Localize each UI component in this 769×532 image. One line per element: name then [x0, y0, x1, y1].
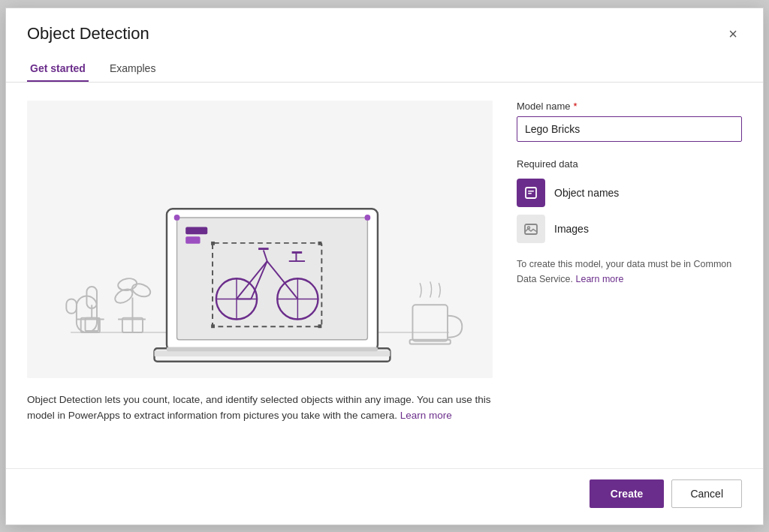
dialog-footer: Create Cancel	[6, 468, 763, 524]
svg-point-39	[174, 215, 180, 221]
object-detection-dialog: Object Detection × Get started Examples	[5, 8, 764, 525]
data-items-list: Object names Images	[517, 179, 742, 243]
svg-rect-18	[185, 236, 200, 244]
svg-rect-47	[528, 191, 534, 192]
info-text: To create this model, your data must be …	[517, 257, 742, 287]
close-button[interactable]: ×	[724, 23, 742, 44]
object-names-icon	[517, 179, 545, 207]
left-panel: Object Detection lets you count, locate,…	[27, 101, 493, 450]
object-names-label: Object names	[554, 187, 619, 199]
info-learn-more-link[interactable]: Learn more	[576, 274, 624, 284]
svg-rect-49	[525, 224, 537, 234]
dialog-body: Object Detection lets you count, locate,…	[6, 83, 763, 468]
svg-rect-35	[211, 241, 215, 245]
tab-bar: Get started Examples	[6, 44, 763, 83]
cancel-button[interactable]: Cancel	[671, 479, 742, 508]
illustration-svg	[27, 101, 493, 378]
svg-rect-48	[528, 193, 532, 194]
dialog-title: Object Detection	[27, 24, 149, 44]
svg-rect-17	[185, 227, 207, 234]
required-data-label: Required data	[517, 158, 742, 170]
model-name-input[interactable]	[517, 116, 742, 142]
images-label: Images	[554, 223, 589, 235]
images-icon	[517, 215, 545, 243]
data-item-object-names: Object names	[517, 179, 742, 207]
data-item-images: Images	[517, 215, 742, 243]
svg-rect-43	[167, 347, 378, 351]
svg-point-40	[365, 215, 371, 221]
svg-rect-38	[318, 324, 322, 328]
svg-rect-42	[155, 350, 391, 356]
dialog-header: Object Detection ×	[6, 8, 763, 44]
tab-get-started[interactable]: Get started	[27, 56, 89, 82]
svg-rect-36	[318, 241, 322, 245]
illustration-area	[27, 101, 493, 378]
description-text: Object Detection lets you count, locate,…	[27, 392, 493, 424]
required-star: *	[574, 101, 578, 112]
description-learn-more-link[interactable]: Learn more	[400, 410, 452, 421]
tab-examples[interactable]: Examples	[107, 56, 158, 82]
create-button[interactable]: Create	[590, 479, 665, 508]
model-name-label: Model name *	[517, 101, 742, 112]
svg-rect-16	[177, 217, 368, 339]
svg-rect-37	[211, 324, 215, 328]
right-panel: Model name * Required data Object na	[517, 101, 742, 450]
